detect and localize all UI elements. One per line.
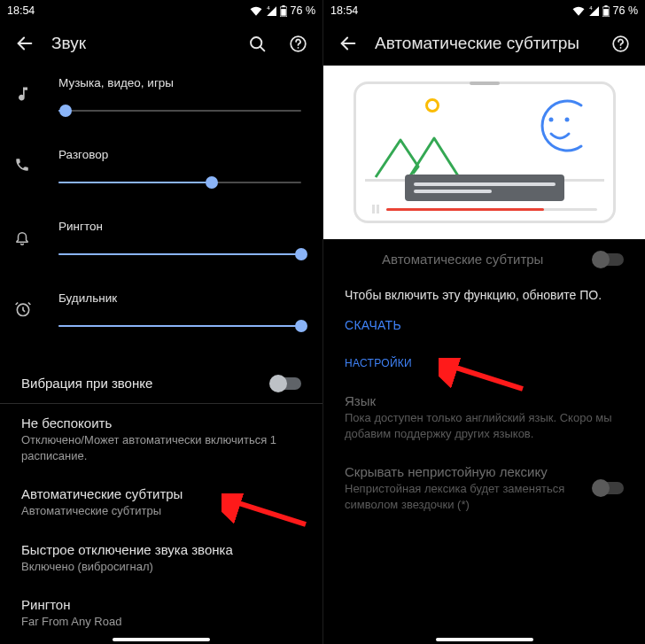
dnd-subtitle: Отключено/Может автоматически включиться… [21,432,301,463]
svg-rect-3 [281,9,286,16]
ring-volume-slider[interactable] [58,244,301,265]
battery-percent: 76 % [613,4,639,17]
nav-indicator [113,638,210,641]
music-note-icon [14,85,34,105]
svg-point-17 [619,47,621,49]
live-captions-master-toggle [594,253,624,266]
status-time: 18:54 [330,4,358,17]
download-button[interactable]: СКАЧАТЬ [323,318,645,332]
ring-volume-row: Рингтон [58,220,301,265]
back-icon [15,34,35,53]
media-volume-label: Музыка, видео, игры [58,76,301,89]
alarm-volume-label: Будильник [58,291,301,305]
svg-point-19 [564,118,569,122]
back-button[interactable] [334,29,362,58]
vibrate-on-ring-row[interactable]: Вибрация при звонке [0,363,322,403]
nav-indicator [436,638,533,641]
search-button[interactable] [243,29,271,58]
mute-shortcut-title: Быстрое отключение звука звонка [21,542,301,557]
alarm-volume-row: Будильник [58,291,301,337]
caption-box-icon [405,175,564,201]
sun-icon [425,98,439,113]
help-icon [289,35,307,53]
wifi-icon [250,5,262,16]
app-bar: Автоматические субтитры [323,21,645,66]
status-bar: 18:54 4 76 % [0,0,322,21]
status-time: 18:54 [7,4,35,17]
language-item: Язык Пока доступен только английский язы… [323,382,645,453]
svg-point-8 [297,47,299,49]
vibrate-on-ring-label: Вибрация при звонке [21,376,152,391]
dnd-title: Не беспокоить [21,415,301,431]
illustration [323,66,645,239]
battery-percent: 76 % [291,4,316,17]
signal-icon: 4 [588,5,599,16]
alarm-icon [14,300,34,320]
call-volume-slider[interactable] [58,172,301,193]
language-subtitle: Пока доступен только английский язык. Ск… [345,410,624,441]
help-icon [611,35,630,53]
vibrate-on-ring-toggle[interactable] [271,377,301,390]
svg-line-6 [260,46,264,50]
call-volume-label: Разговор [58,148,301,161]
svg-text:4: 4 [267,5,270,11]
settings-section-header: НАСТРОЙКИ [323,357,645,369]
do-not-disturb-item[interactable]: Не беспокоить Отключено/Может автоматиче… [0,404,322,475]
page-title: Автоматические субтитры [375,34,594,53]
mute-shortcut-subtitle: Включено (вибросигнал) [21,559,301,575]
search-icon [248,35,267,53]
page-title: Звук [51,34,230,53]
face-icon [532,98,588,155]
svg-point-18 [548,118,553,122]
app-bar: Звук [0,21,322,66]
live-captions-subtitle: Автоматические субтитры [21,503,301,519]
profanity-item: Скрывать непристойную лексику Непристойн… [323,453,645,524]
video-progress-icon [386,208,597,211]
status-indicators: 4 76 % [250,4,316,17]
ringtone-subtitle: Far From Any Road [21,614,301,630]
live-captions-item[interactable]: Автоматические субтитры Автоматические с… [0,475,322,531]
status-bar: 18:54 4 76 % [323,0,645,21]
signal-icon: 4 [266,5,276,16]
alarm-volume-slider[interactable] [58,315,301,337]
profanity-title: Скрывать непристойную лексику [345,464,583,479]
help-button[interactable] [606,29,634,58]
ringtone-title: Рингтон [21,597,301,612]
back-button[interactable] [11,29,39,58]
ring-volume-label: Рингтон [58,220,301,233]
wifi-icon [572,5,585,16]
battery-icon [602,5,610,17]
live-captions-title: Автоматические субтитры [21,486,301,501]
language-title: Язык [345,393,624,408]
status-indicators: 4 76 % [572,4,639,17]
mute-shortcut-item[interactable]: Быстрое отключение звука звонка Включено… [0,531,322,586]
back-icon [338,34,358,53]
bell-icon [14,229,34,248]
svg-text:4: 4 [589,5,593,11]
mountain-icon [374,131,462,179]
battery-icon [280,5,287,17]
live-captions-master-label: Автоматические субтитры [382,252,543,267]
call-volume-row: Разговор [58,148,301,193]
profanity-subtitle: Непристойная лексика будет заменяться си… [345,481,583,512]
live-captions-screen: 18:54 4 76 % Автоматические субтитры [322,0,645,644]
live-captions-master-row: Автоматические субтитры [323,239,645,279]
update-required-text: Чтобы включить эту функцию, обновите ПО. [323,288,645,302]
media-volume-row: Музыка, видео, игры [58,76,301,121]
media-volume-slider[interactable] [58,100,301,121]
phone-icon [14,157,34,176]
sound-settings-screen: 18:54 4 76 % Звук Музыка, видео, игры [0,0,322,644]
pause-icon [372,205,379,213]
ringtone-item[interactable]: Рингтон Far From Any Road [0,586,322,641]
svg-rect-2 [282,5,284,7]
svg-rect-13 [604,5,607,7]
svg-rect-14 [603,9,609,16]
help-button[interactable] [284,29,312,58]
profanity-toggle [594,482,624,494]
